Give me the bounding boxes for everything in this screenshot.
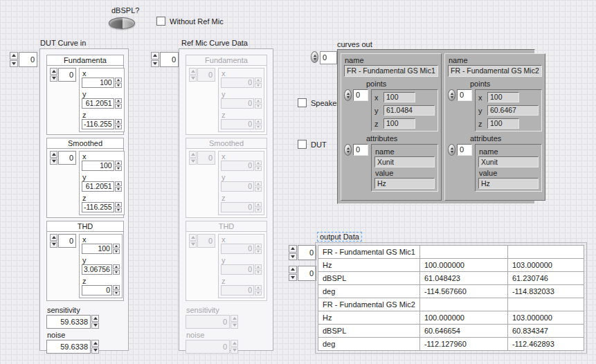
y-value-field[interactable]: 61.2051 bbox=[82, 98, 114, 109]
spinner-up-button[interactable] bbox=[10, 52, 18, 60]
table-cell[interactable]: 61.230746 bbox=[507, 272, 584, 285]
spinner-up-button[interactable] bbox=[289, 266, 297, 273]
attribute-value-field[interactable]: Hz bbox=[374, 178, 435, 189]
table-col-index-spinner[interactable] bbox=[289, 266, 297, 281]
spinner-up-button[interactable] bbox=[115, 181, 122, 186]
noise-control[interactable]: 59.6338 bbox=[46, 340, 99, 354]
y-spinner[interactable] bbox=[115, 98, 122, 109]
z-value-field[interactable]: 0 bbox=[221, 119, 254, 129]
spinner-down-button[interactable] bbox=[10, 60, 18, 68]
spinner-up-button[interactable] bbox=[255, 119, 262, 124]
table-cell[interactable]: -112.127960 bbox=[419, 338, 507, 351]
section-index-control[interactable]: 0 bbox=[189, 234, 215, 248]
z-spinner[interactable] bbox=[255, 285, 262, 295]
section-index-value[interactable]: 0 bbox=[58, 234, 76, 248]
table-cell[interactable] bbox=[419, 246, 507, 259]
x-value-field[interactable]: 100 bbox=[82, 161, 114, 171]
checkbox-icon[interactable] bbox=[298, 140, 307, 149]
spinner-up-button[interactable] bbox=[115, 119, 122, 124]
ref-mic-index-spinner[interactable] bbox=[151, 52, 159, 67]
table-cell[interactable]: Hz bbox=[318, 311, 420, 325]
section-index-control[interactable]: 0 bbox=[189, 68, 215, 82]
table-col-index-value[interactable]: 0 bbox=[298, 266, 316, 281]
points-index-value[interactable]: 0 bbox=[457, 89, 472, 101]
points-index-spinner[interactable] bbox=[344, 89, 352, 101]
attribute-value-field[interactable]: Hz bbox=[478, 178, 539, 189]
x-value-field[interactable]: 100 bbox=[82, 78, 114, 88]
y-spinner[interactable] bbox=[255, 98, 262, 109]
y-value-field[interactable]: 61.0484 bbox=[383, 105, 435, 116]
z-spinner[interactable] bbox=[113, 285, 120, 295]
spinner-down-button[interactable] bbox=[255, 249, 262, 254]
section-index-spinner[interactable] bbox=[189, 234, 197, 248]
spinner-up-button[interactable] bbox=[255, 161, 262, 165]
curves-out-index-control[interactable]: 0 bbox=[311, 51, 337, 64]
x-spinner[interactable] bbox=[255, 78, 262, 88]
z-value-field[interactable]: 0 bbox=[221, 285, 254, 295]
points-index-value[interactable]: 0 bbox=[353, 89, 368, 101]
table-col-index-control[interactable]: 0 bbox=[289, 266, 316, 281]
y-spinner[interactable] bbox=[115, 181, 122, 192]
spinner-up-button[interactable] bbox=[115, 202, 122, 207]
checkbox-icon[interactable] bbox=[156, 17, 165, 26]
spinner-up-button[interactable] bbox=[50, 234, 57, 241]
spinner-down-button[interactable] bbox=[91, 322, 99, 329]
spinner-up-button[interactable] bbox=[115, 161, 122, 165]
section-index-value[interactable]: 0 bbox=[197, 68, 215, 82]
table-cell[interactable]: -114.567660 bbox=[419, 285, 507, 298]
z-spinner[interactable] bbox=[255, 119, 262, 129]
y-spinner[interactable] bbox=[255, 181, 262, 192]
spinner-up-button[interactable] bbox=[189, 234, 197, 241]
table-cell[interactable]: dBSPL bbox=[318, 325, 420, 338]
spinner-up-button[interactable] bbox=[115, 78, 122, 82]
x-value-field[interactable]: 0 bbox=[221, 244, 254, 254]
spinner-up-button[interactable] bbox=[115, 98, 122, 103]
spinner-down-button[interactable] bbox=[255, 187, 262, 192]
spinner-up-button[interactable] bbox=[255, 181, 262, 186]
y-value-field[interactable]: 0 bbox=[221, 264, 254, 275]
spinner-down-button[interactable] bbox=[289, 253, 297, 261]
sensitivity-spinner[interactable] bbox=[91, 315, 99, 329]
z-value-field[interactable]: 0 bbox=[221, 202, 254, 212]
noise-value[interactable]: 59.6338 bbox=[46, 340, 91, 354]
table-row-index-control[interactable]: 0 bbox=[289, 245, 316, 260]
section-index-value[interactable]: 0 bbox=[58, 151, 76, 165]
spinner-down-button[interactable] bbox=[50, 242, 57, 248]
spinner-up-button[interactable] bbox=[255, 285, 262, 290]
z-value-field[interactable]: 100 bbox=[383, 118, 415, 129]
spinner-down-button[interactable] bbox=[151, 60, 159, 68]
sensitivity-control[interactable]: 59.6338 bbox=[46, 315, 99, 329]
spinner-down-button[interactable] bbox=[50, 158, 57, 165]
spinner-down-button[interactable] bbox=[255, 270, 262, 275]
sensitivity-value[interactable]: 59.6338 bbox=[46, 315, 91, 329]
x-spinner[interactable] bbox=[115, 161, 122, 171]
y-value-field[interactable]: 61.2051 bbox=[82, 181, 114, 192]
table-cell[interactable]: 100.000000 bbox=[419, 311, 507, 325]
y-spinner[interactable] bbox=[255, 264, 262, 275]
spinner-up-button[interactable] bbox=[255, 78, 262, 82]
table-cell[interactable]: 103.000000 bbox=[507, 311, 584, 325]
spinner-down-button[interactable] bbox=[255, 291, 262, 295]
spinner-down-button[interactable] bbox=[115, 83, 122, 88]
spinner-down-button[interactable] bbox=[113, 249, 120, 254]
section-index-value[interactable]: 0 bbox=[197, 151, 215, 165]
dut-curve-index-value[interactable]: 0 bbox=[19, 52, 37, 67]
table-cell[interactable]: -112.462893 bbox=[507, 338, 584, 351]
attribute-name-field[interactable]: Xunit bbox=[478, 156, 539, 167]
spinner-up-button[interactable] bbox=[255, 244, 262, 248]
spinner-up-button[interactable] bbox=[91, 315, 99, 322]
table-cell[interactable]: 100.000000 bbox=[419, 259, 507, 272]
table-cell[interactable]: -114.832033 bbox=[507, 285, 584, 298]
z-value-field[interactable]: 100 bbox=[487, 118, 519, 129]
x-value-field[interactable]: 0 bbox=[221, 161, 254, 171]
spinner-down-button[interactable] bbox=[113, 291, 120, 295]
spinner-up-button[interactable] bbox=[50, 68, 57, 75]
table-cell[interactable] bbox=[507, 246, 584, 259]
section-index-control[interactable]: 0 bbox=[50, 234, 76, 248]
section-index-spinner[interactable] bbox=[50, 234, 57, 248]
spinner-up-button[interactable] bbox=[255, 264, 262, 269]
y-value-field[interactable]: 0 bbox=[221, 98, 254, 109]
dut-curve-index-control[interactable]: 0 bbox=[10, 52, 37, 67]
y-spinner[interactable] bbox=[113, 264, 120, 275]
x-spinner[interactable] bbox=[255, 161, 262, 171]
